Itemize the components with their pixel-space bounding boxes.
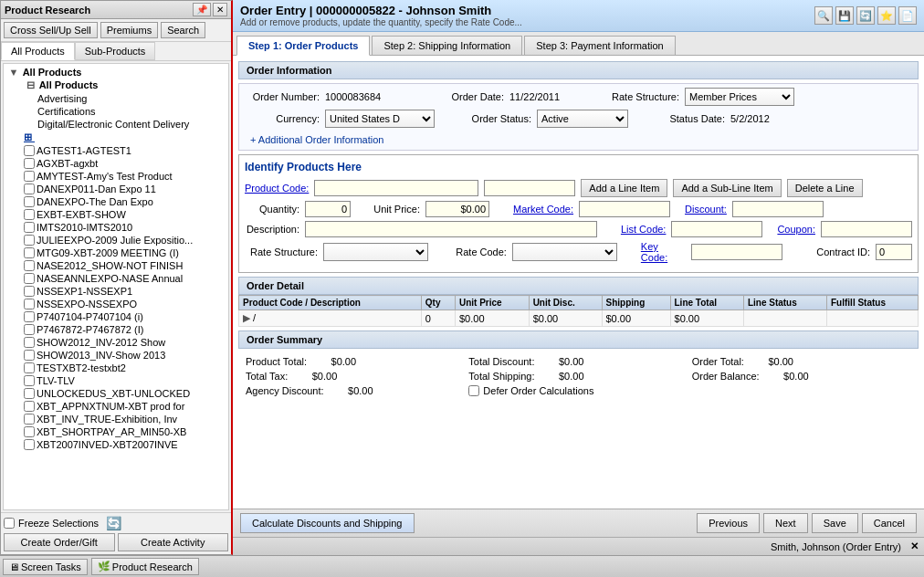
binoculars-icon[interactable]: 🔍 [814,6,833,25]
defer-checkbox[interactable] [468,385,479,396]
tree-root[interactable]: ▼ All Products [5,66,226,79]
tree-item-17[interactable]: TESTXBT2-testxbt2 [5,362,226,374]
tree-item-10[interactable]: NASEANNLEXPO-NASE Annual [5,272,226,285]
tree-item-3[interactable]: DANEXP011-Dan Expo 11 [5,183,226,195]
tree-item-12[interactable]: NSSEXPO-NSSEXPO [5,298,226,310]
search-button[interactable]: Search [161,22,205,38]
description-input[interactable] [305,221,597,237]
tab-order-products[interactable]: Step 1: Order Products [236,36,370,56]
list-code-input[interactable] [671,221,762,237]
left-panel-pin[interactable]: 📌 [193,3,211,16]
tree-item-7[interactable]: JULIEEXPO-2009 Julie Expositio... [5,234,226,247]
order-info-header: Order Information [238,61,919,79]
save-button[interactable]: Save [812,513,858,533]
premiums-button[interactable]: Premiums [100,22,159,38]
tree-item-5[interactable]: EXBT-EXBT-SHOW [5,208,226,221]
coupon-input[interactable] [821,221,912,237]
currency-select[interactable]: United States D [325,110,435,128]
rate-structure-select[interactable]: Member Prices [685,88,794,106]
identify-products-header: Identify Products Here [245,161,912,173]
delete-line-button[interactable]: Delete a Line [787,179,863,197]
taskbar-product-research[interactable]: 🌿 Product Research [91,558,199,575]
market-code-input[interactable] [579,201,670,217]
tree-expandable-group[interactable]: ⊞ [5,131,226,144]
left-panel-close[interactable]: ✕ [213,3,227,16]
product-total-label: Product Total: [246,356,307,367]
status-close-icon[interactable]: ✕ [910,540,919,552]
cross-sell-button[interactable]: Cross Sell/Up Sell [4,22,98,38]
additional-info-toggle[interactable]: + Additional Order Information [243,131,914,148]
document-icon[interactable]: 📄 [898,6,917,25]
tree-item-22[interactable]: XBT_SHORTPAY_AR_MIN50-XB [5,425,226,438]
tree-container[interactable]: ▼ All Products ⊟ All Products Advertisin… [3,63,229,510]
tree-item-19[interactable]: UNLOCKEDUS_XBT-UNLOCKED [5,387,226,400]
tree-item-8[interactable]: MTG09-XBT-2009 MEETING (I) [5,247,226,259]
cancel-button[interactable]: Cancel [862,513,917,533]
create-order-button[interactable]: Create Order/Gift [4,533,115,551]
tree-all-products[interactable]: ⊟ All Products [5,79,226,92]
total-discount-label: Total Discount: [468,356,534,367]
tree-item-11[interactable]: NSSEXP1-NSSEXP1 [5,285,226,298]
product-code-link[interactable]: Product Code: [245,183,309,194]
tree-item-13[interactable]: P7407104-P7407104 (i) [5,310,226,323]
tree-item-1[interactable]: AGXBT-agxbt [5,157,226,170]
tree-item-9[interactable]: NASE2012_SHOW-NOT FINISH [5,259,226,272]
discount-input[interactable] [732,201,824,217]
tree-item-20[interactable]: XBT_APPNXTNUM-XBT prod for [5,400,226,413]
tab-bar: Step 1: Order Products Step 2: Shipping … [233,32,924,56]
identify-row3: Description: List Code: Coupon: [245,221,912,237]
product-research-icon: 🌿 [98,561,110,572]
order-status-select[interactable]: Active [537,110,628,128]
footer-bar: Calculate Discounts and Shipping Previou… [233,509,924,537]
calculate-button[interactable]: Calculate Discounts and Shipping [240,513,415,533]
tree-item-4[interactable]: DANEXPO-The Dan Expo [5,195,226,208]
product-code-input[interactable] [314,180,478,196]
tab-payment[interactable]: Step 3: Payment Information [524,36,675,55]
tree-item-14[interactable]: P7467872-P7467872 (I) [5,323,226,336]
rate-code-select[interactable] [512,243,617,261]
defer-row: Defer Order Calculations [468,385,688,396]
tree-item-0[interactable]: AGTEST1-AGTEST1 [5,144,226,157]
coupon-link[interactable]: Coupon: [777,224,815,235]
order-total-value: $0.00 [748,356,793,367]
product-code-input2[interactable] [484,180,575,196]
key-code-link[interactable]: Key Code: [641,241,686,263]
discount-link[interactable]: Discount: [685,204,727,215]
tree-item-15[interactable]: SHOW2012_INV-2012 Show [5,336,226,349]
status-date-label: Status Date: [652,113,725,124]
unit-price-input[interactable] [425,201,489,217]
contract-id-input[interactable] [876,244,912,260]
col-line-status: Line Status [743,296,826,310]
rate-structure-field-select[interactable] [323,243,428,261]
tab-sub-products[interactable]: Sub-Products [75,42,156,60]
add-sub-line-item-button[interactable]: Add a Sub-Line Item [673,179,781,197]
quantity-input[interactable] [305,201,351,217]
add-line-item-button[interactable]: Add a Line Item [581,179,667,197]
market-code-link[interactable]: Market Code: [513,204,573,215]
taskbar-screen-tasks[interactable]: 🖥 Screen Tasks [3,559,88,575]
save-icon[interactable]: 💾 [835,6,854,25]
tab-shipping[interactable]: Step 2: Shipping Information [372,36,522,55]
previous-button[interactable]: Previous [697,513,760,533]
order-date-label: Order Date: [431,91,504,102]
title-text: Order Entry | 000000005822 - Johnson Smi… [240,4,522,17]
tree-item-18[interactable]: TLV-TLV [5,374,226,387]
refresh-icon[interactable]: 🔄 [106,516,121,530]
star-icon[interactable]: ⭐ [877,6,896,25]
tree-item-23[interactable]: XBT2007INVED-XBT2007INVE [5,438,226,451]
key-code-input[interactable] [691,244,782,260]
next-button[interactable]: Next [763,513,808,533]
tree-item-6[interactable]: IMTS2010-IMTS2010 [5,221,226,234]
tree-item-21[interactable]: XBT_INV_TRUE-Exhibition, Inv [5,413,226,425]
tab-all-products[interactable]: All Products [1,42,75,60]
freeze-checkbox[interactable] [4,518,15,529]
tree-item-16[interactable]: SHOW2013_INV-Show 2013 [5,349,226,362]
total-discount-row: Total Discount: $0.00 [468,356,688,367]
list-code-link[interactable]: List Code: [621,224,667,235]
tree-item-2[interactable]: AMYTEST-Amy's Test Product [5,170,226,183]
create-activity-button[interactable]: Create Activity [118,533,229,551]
refresh-icon[interactable]: 🔄 [856,6,875,25]
total-tax-value: $0.00 [291,371,337,382]
title-bar: Order Entry | 000000005822 - Johnson Smi… [233,0,924,32]
order-total-label: Order Total: [692,356,744,367]
